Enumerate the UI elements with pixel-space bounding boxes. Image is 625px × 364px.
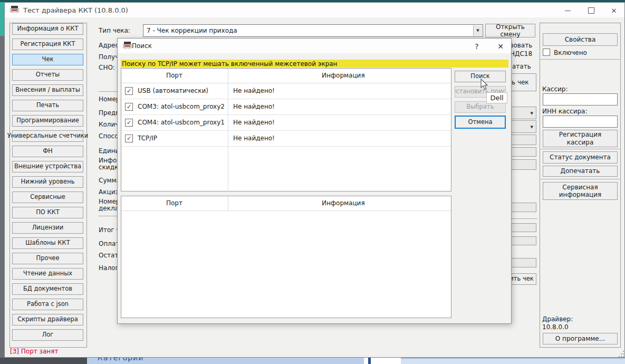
- sidebar-item-programming[interactable]: Программирование: [12, 115, 83, 127]
- open-shift-button[interactable]: Открыть смену: [485, 24, 535, 37]
- sidebar-item-kkt-info[interactable]: Информация о ККТ: [12, 23, 83, 35]
- cashier-input[interactable]: [543, 93, 618, 106]
- check-icon: ✓: [127, 104, 131, 110]
- fragment-combobox-2[interactable]: ▼: [510, 120, 536, 133]
- fragment-field-3[interactable]: [510, 159, 536, 170]
- table-row-tcpip[interactable]: ✓ TCP/IP Не найдено!: [121, 130, 451, 147]
- sidebar-item-read-data[interactable]: Чтение данных: [12, 268, 83, 280]
- search-results-table: Порт Информация ✓ USB (автоматически) Не…: [121, 68, 451, 191]
- fragment-field-4[interactable]: [510, 203, 536, 212]
- right-panel-divider-1: [541, 59, 620, 60]
- properties-button[interactable]: Свойства: [543, 33, 618, 46]
- fragment-field-7[interactable]: [510, 258, 536, 267]
- port-label: COM4: atol-usbcom_proxy1: [138, 119, 225, 126]
- column-header-port: Порт: [166, 199, 182, 207]
- close-icon: ✕: [611, 7, 617, 15]
- sidebar-item-service[interactable]: Сервисные: [12, 191, 83, 203]
- cancel-button[interactable]: Отмена: [455, 116, 506, 129]
- document-status-button[interactable]: Статус документа: [543, 151, 618, 164]
- main-titlebar: Тест драйвера ККТ (10.8.0.0): [5, 3, 624, 17]
- chevron-down-icon: ▼: [531, 111, 533, 116]
- selected-column-divider: [228, 196, 228, 210]
- background-window-strip: Категории: [0, 358, 625, 364]
- background-window-header: Категории: [87, 358, 364, 364]
- port-label: USB (автоматически): [138, 87, 208, 94]
- table-row-usb[interactable]: ✓ USB (автоматически) Не найдено!: [121, 83, 451, 99]
- dialog-printer-icon: [123, 42, 132, 51]
- device-tooltip: Dell: [486, 92, 507, 103]
- sidebar-item-cash-in-out[interactable]: Внесения / выплаты: [12, 84, 83, 96]
- info-label: Не найдено!: [233, 119, 275, 126]
- fragment-field-5[interactable]: [510, 223, 536, 232]
- usb-checkbox[interactable]: ✓: [125, 87, 133, 95]
- background-window-panel: [401, 358, 625, 364]
- selected-device-table: Порт Информация: [121, 196, 451, 318]
- sidebar-item-reports[interactable]: Отчеты: [12, 69, 83, 81]
- table-row-com4[interactable]: ✓ COM4: atol-usbcom_proxy1 Не найдено!: [121, 114, 451, 131]
- dropdown-arrow-box[interactable]: ▼: [473, 25, 482, 36]
- dialog-help-button[interactable]: ?: [470, 41, 484, 52]
- about-button[interactable]: О программе...: [543, 333, 618, 344]
- background-window-cursor-mark: [368, 358, 371, 364]
- sidebar-item-kkt-templates[interactable]: Шаблоны ККТ: [12, 237, 83, 249]
- close-button[interactable]: ✕: [606, 6, 622, 15]
- port-label: TCP/IP: [138, 135, 157, 142]
- fragment-field-1[interactable]: [510, 135, 536, 145]
- form-label-sno: СНО:: [99, 64, 115, 71]
- sidebar-item-json[interactable]: Работа с json: [12, 299, 83, 310]
- background-window-gap: [364, 358, 401, 364]
- sidebar-item-driver-scripts[interactable]: Скрипты драйвера: [12, 314, 83, 325]
- sidebar-item-log[interactable]: Лог: [12, 329, 83, 341]
- chevron-down-icon: ▼: [476, 28, 479, 33]
- enabled-checkbox[interactable]: [543, 49, 550, 56]
- info-label: Не найдено!: [233, 103, 275, 110]
- minimize-button[interactable]: [560, 6, 575, 15]
- fragment-combobox-1[interactable]: ▼: [510, 107, 536, 119]
- driver-version: 10.8.0.0: [542, 323, 569, 331]
- app-printer-icon: [10, 6, 19, 15]
- fragment-field-6[interactable]: [510, 236, 536, 245]
- column-header-info: Информация: [322, 199, 365, 207]
- fragment-check-button[interactable]: ь чек: [509, 73, 536, 91]
- sidebar-item-external-devices[interactable]: Внешние устройства: [12, 161, 83, 173]
- service-info-button[interactable]: Сервисная информация: [543, 182, 618, 200]
- results-table-header: Порт Информация: [121, 69, 451, 83]
- search-dialog: Поиск ? ✕ Поиску по TCP/IP может мешать …: [117, 38, 512, 324]
- print-more-button[interactable]: Допечатать: [543, 166, 618, 177]
- cashier-inn-label: ИНН кассира:: [542, 108, 587, 115]
- receipt-type-value: 7 - Чек коррекции прихода: [147, 27, 237, 34]
- com3-checkbox[interactable]: ✓: [125, 103, 133, 111]
- sidebar-item-print[interactable]: Печать: [12, 100, 83, 111]
- table-row-com3[interactable]: ✓ COM3: atol-usbcom_proxy2 Не найдено!: [121, 99, 451, 115]
- fragment-vat-text-2: НДС18: [510, 50, 532, 58]
- check-icon: ✓: [127, 88, 131, 94]
- fragment-field-2[interactable]: [510, 147, 536, 157]
- dialog-close-button[interactable]: ✕: [493, 41, 508, 52]
- check-icon: ✓: [127, 120, 131, 126]
- register-cashier-button[interactable]: Регистрация кассира: [543, 130, 618, 147]
- help-icon: ?: [475, 42, 478, 51]
- maximize-button[interactable]: [583, 6, 599, 15]
- sidebar-item-doc-db[interactable]: БД документов: [12, 283, 83, 295]
- right-panel-divider-2: [541, 149, 620, 149]
- chevron-down-icon: ▼: [531, 125, 533, 129]
- cashier-inn-input[interactable]: [543, 116, 618, 128]
- sidebar-item-licenses[interactable]: Лицензии: [12, 222, 83, 234]
- sidebar-item-kkt-software[interactable]: ПО ККТ: [12, 207, 83, 218]
- fragment-print-text: атать: [512, 63, 531, 70]
- desktop-wallpaper-gray: [0, 36, 4, 364]
- sidebar-item-misc[interactable]: Прочее: [12, 253, 83, 264]
- sidebar-item-low-level[interactable]: Нижний уровень: [12, 176, 83, 188]
- resize-grip-icon[interactable]: [618, 351, 624, 357]
- receipt-type-dropdown[interactable]: 7 - Чек коррекции прихода ▼: [143, 24, 483, 37]
- enabled-checkbox-label: Включено: [554, 49, 587, 56]
- fragment-divider: [508, 218, 537, 219]
- sidebar-item-universal-counters[interactable]: Универсальные счетчики: [12, 130, 83, 142]
- sidebar-item-receipt[interactable]: Чек: [12, 54, 83, 65]
- status-text: [3] Порт занят: [10, 348, 58, 355]
- tcpip-checkbox[interactable]: ✓: [125, 135, 133, 142]
- com4-checkbox[interactable]: ✓: [125, 119, 133, 127]
- sidebar-item-fn[interactable]: ФН: [12, 146, 83, 157]
- sidebar-item-kkt-registration[interactable]: Регистрация ККТ: [12, 39, 83, 50]
- desktop-wallpaper-teal: [0, 2, 4, 36]
